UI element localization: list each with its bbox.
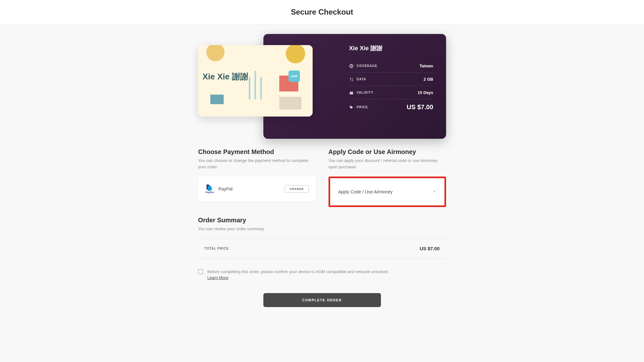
paypal-icon: PayPal <box>205 184 214 193</box>
apply-code-highlight: Apply Code / Use Airmoney <box>329 177 446 207</box>
product-row-coverage: COVERAGE Taiwan <box>349 59 433 73</box>
data-value: 2 GB <box>424 77 433 82</box>
validity-label: VALIDITY <box>357 91 374 94</box>
data-label: DATA <box>357 77 366 81</box>
order-summary-section: Order Summary You can review your order … <box>198 217 446 281</box>
main-container: Xie Xie 謝謝 eSIM Xie Xie 謝謝 COVERAGE Taiw… <box>198 24 446 326</box>
apply-code-label: Apply Code / Use Airmoney <box>338 189 393 194</box>
globe-icon <box>349 64 354 68</box>
product-section: Xie Xie 謝謝 eSIM Xie Xie 謝謝 COVERAGE Taiw… <box>198 34 446 139</box>
payment-method-card: PayPal PayPal CHANGE <box>198 177 316 201</box>
validity-value: 15 Days <box>417 90 433 95</box>
total-price-value: US $7.00 <box>420 246 440 251</box>
confirm-text: Before completing this order, please con… <box>207 269 389 274</box>
confirm-row: Before completing this order, please con… <box>198 269 446 281</box>
tag-icon <box>349 105 354 110</box>
product-image-inner: Xie Xie 謝謝 eSIM <box>198 45 313 117</box>
chevron-right-icon <box>432 189 436 195</box>
coverage-label: COVERAGE <box>357 64 377 68</box>
payment-method-name: PayPal <box>219 186 233 191</box>
apply-code-button[interactable]: Apply Code / Use Airmoney <box>331 179 443 204</box>
two-column-section: Choose Payment Method You can choose or … <box>198 148 446 207</box>
apply-code-section: Apply Code or Use Airmoney You can apply… <box>329 148 446 207</box>
change-button[interactable]: CHANGE <box>285 185 308 193</box>
coverage-value: Taiwan <box>419 64 433 68</box>
learn-more-link[interactable]: Learn More <box>207 275 228 280</box>
product-row-validity: VALIDITY 15 Days <box>349 86 433 99</box>
payment-method-section: Choose Payment Method You can choose or … <box>198 148 316 207</box>
product-image-text: Xie Xie 謝謝 <box>203 71 249 82</box>
esim-badge: eSIM <box>288 70 300 82</box>
product-row-price: PRICE US $7.00 <box>349 99 433 115</box>
apply-code-desc: You can apply your discount / referral c… <box>329 158 446 170</box>
confirm-text-container: Before completing this order, please con… <box>207 269 389 281</box>
total-price-row: TOTAL PRICE US $7.00 <box>198 238 446 258</box>
header: Secure Checkout <box>0 0 644 24</box>
total-price-label: TOTAL PRICE <box>205 247 229 250</box>
price-value: US $7.00 <box>407 104 433 111</box>
complete-order-button[interactable]: COMPLETE ORDER <box>263 293 381 307</box>
page-title: Secure Checkout <box>0 8 644 17</box>
price-label: PRICE <box>357 105 368 109</box>
calendar-icon <box>349 90 354 95</box>
product-row-data: DATA 2 GB <box>349 73 433 86</box>
apply-code-title: Apply Code or Use Airmoney <box>329 148 446 156</box>
confirm-checkbox[interactable] <box>198 269 203 274</box>
svg-rect-2 <box>349 91 353 92</box>
payment-desc: You can choose or change the payment met… <box>198 158 316 170</box>
product-name: Xie Xie 謝謝 <box>349 44 433 52</box>
payment-title: Choose Payment Method <box>198 148 316 156</box>
arrows-icon <box>349 77 354 82</box>
svg-point-3 <box>350 106 351 107</box>
order-summary-title: Order Summary <box>198 217 446 224</box>
product-image: Xie Xie 謝謝 eSIM <box>198 45 313 117</box>
order-summary-desc: You can review your order summary. <box>198 226 446 232</box>
